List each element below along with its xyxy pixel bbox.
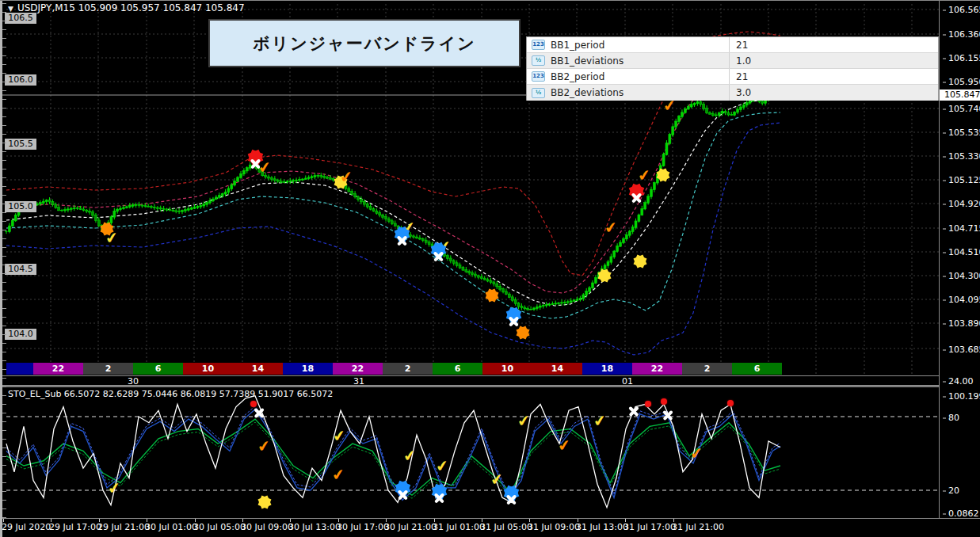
time-axis-label: 30 Jul 17:00 (337, 522, 389, 532)
price-axis-label: 106.565 (943, 5, 980, 15)
chart-title-text: USDJPY,M15 105.909 105.957 105.847 105.8… (17, 2, 245, 13)
double-param-icon: ½ (532, 55, 545, 66)
annotation-banner: ボリンジャーバンドライン (208, 19, 521, 67)
price-axis-label: 104.715 (943, 223, 980, 234)
price-axis-label: 104.510 (943, 247, 980, 257)
left-price-label: 104.0 (5, 329, 36, 340)
left-price-label: 104.5 (5, 264, 36, 275)
param-name: BB1_period (551, 40, 726, 51)
annotation-banner-text: ボリンジャーバンドライン (253, 32, 475, 55)
param-value[interactable]: 21 (736, 71, 748, 82)
price-axis-label: 105.740 (943, 104, 980, 114)
time-axis-separator (0, 518, 980, 519)
param-row-BB1_period[interactable]: 123BB1_period21 (527, 37, 938, 53)
hour-segment-14: 14 (233, 363, 283, 375)
symbol-dropdown-icon[interactable]: ▼ (8, 5, 13, 13)
param-column-divider (729, 69, 730, 84)
time-axis-label: 29 Jul 17:00 (49, 522, 101, 532)
time-axis-label: 30 Jul 21:00 (384, 522, 437, 532)
price-axis-label: 24.00 (943, 376, 974, 387)
time-axis-label: 31 Jul 13:00 (576, 522, 628, 532)
left-price-label: 106.0 (5, 74, 36, 86)
price-axis-label: 103.685 (943, 345, 980, 355)
param-value[interactable]: 3.0 (736, 87, 751, 98)
param-name: BB2_period (551, 71, 726, 82)
param-column-divider (729, 37, 730, 52)
price-axis-label: 105.330 (943, 151, 980, 162)
hour-segment (6, 363, 33, 375)
integer-param-icon: 123 (532, 71, 545, 82)
hour-segment-2: 2 (383, 363, 433, 375)
hour-segment-22: 22 (333, 363, 383, 375)
price-axis[interactable]: 106.565106.360106.155105.950105.740105.5… (939, 0, 980, 537)
param-column-divider (729, 53, 730, 68)
stochastic-curves (6, 396, 939, 508)
time-axis-label: 31 Jul 01:00 (433, 522, 485, 532)
time-axis-label: 31 Jul 09:00 (528, 522, 580, 532)
hour-segment-22: 22 (632, 363, 682, 375)
hour-segment-6: 6 (433, 363, 482, 375)
price-axis-label: 100.1994 (943, 391, 980, 402)
param-value[interactable]: 21 (736, 40, 748, 51)
param-column-divider (729, 85, 730, 101)
time-axis-label: 31 Jul 05:00 (480, 522, 532, 532)
param-name: BB2_deviations (551, 87, 726, 98)
price-axis-label: 0.0862 (943, 508, 979, 519)
price-axis-label: 20 (943, 486, 959, 496)
window-separator[interactable] (0, 386, 939, 387)
price-axis-label: 105.125 (943, 175, 980, 185)
date-separator-bar: 303101 (0, 375, 939, 386)
left-price-label: 105.5 (5, 139, 36, 150)
time-axis-label: 30 Jul 13:00 (288, 522, 341, 532)
price-axis-label: 105.950 (943, 77, 980, 87)
price-axis-label: 104.095 (943, 295, 980, 305)
hour-segment-18: 18 (283, 363, 333, 375)
hour-segment-6: 6 (732, 363, 782, 375)
price-axis-label: 106.360 (943, 29, 980, 40)
double-param-icon: ½ (532, 88, 545, 98)
hour-segment-10: 10 (482, 363, 532, 375)
hour-segment-22: 22 (33, 363, 83, 375)
price-axis-label: 105.535 (943, 128, 980, 138)
subwindow-indicator-label: STO_EL_Sub 66.5072 82.6289 75.0446 86.08… (8, 389, 333, 399)
hour-segment-14: 14 (532, 363, 582, 375)
hour-segment-18: 18 (582, 363, 632, 375)
top-window-edge (0, 0, 980, 1)
time-axis-label: 29 Jul 21:00 (97, 522, 150, 532)
current-price-box: 105.847 (940, 90, 980, 101)
time-axis[interactable]: 29 Jul 202029 Jul 17:0029 Jul 21:0030 Ju… (0, 519, 980, 537)
time-axis-label: 30 Jul 09:00 (241, 522, 293, 532)
time-axis-label: 31 Jul 17:00 (623, 522, 676, 532)
param-row-BB2_deviations[interactable]: ½BB2_deviations3.0 (527, 85, 938, 101)
hour-segments-bar: 222610141822261014182226 (6, 363, 782, 375)
hour-segment-10: 10 (183, 363, 233, 375)
time-axis-label: 29 Jul 2020 (2, 522, 51, 532)
price-axis-label: 80 (943, 413, 959, 423)
indicator-params-table[interactable]: 123BB1_period21½BB1_deviations1.0123BB2_… (526, 36, 939, 101)
time-axis-label: 30 Jul 01:00 (145, 522, 197, 532)
chart-window: ✔✔✔✔✔✔✔✔✔✔✔✔✔✔✔✔✔✔✔ ▼USDJPY,M15 105.909 … (0, 0, 980, 537)
candlesticks (6, 93, 770, 310)
left-price-label: 106.5 (5, 13, 36, 24)
param-row-BB2_period[interactable]: 123BB2_period21 (527, 69, 938, 85)
hour-segment-2: 2 (682, 363, 732, 375)
price-axis-label: 104.920 (943, 199, 980, 209)
time-axis-label: 31 Jul 21:00 (672, 522, 724, 532)
price-axis-label: 104.300 (943, 271, 980, 281)
price-axis-label: 103.890 (943, 318, 980, 329)
chart-title: ▼USDJPY,M15 105.909 105.957 105.847 105.… (8, 2, 245, 13)
hour-segment-6: 6 (133, 363, 183, 375)
price-axis-label: 106.155 (943, 53, 980, 63)
param-row-BB1_deviations[interactable]: ½BB1_deviations1.0 (527, 53, 938, 69)
time-axis-label: 30 Jul 05:00 (193, 522, 246, 532)
left-tick-ruler (2, 3, 6, 518)
param-name: BB1_deviations (551, 55, 726, 67)
hour-segment-2: 2 (83, 363, 133, 375)
integer-param-icon: 123 (532, 40, 545, 50)
left-price-label: 105.0 (5, 201, 36, 212)
param-value[interactable]: 1.0 (736, 55, 751, 67)
